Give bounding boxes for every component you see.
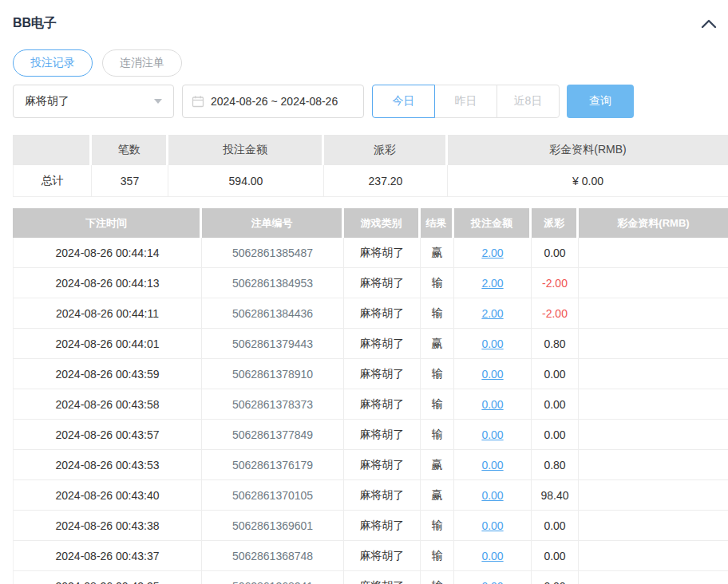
table-row: 2024-08-26 00:43:385062861369601麻将胡了输0.0… — [13, 511, 728, 541]
order-number-cell: 5062861376179 — [202, 450, 344, 480]
summary-header-bonus: 彩金资料(RMB) — [448, 135, 728, 165]
tab-cancelled-orders[interactable]: 连消注单 — [102, 49, 182, 77]
game-select-value: 麻将胡了 — [25, 94, 69, 109]
collapse-button[interactable] — [701, 18, 717, 29]
records-table: 下注时间 注单编号 游戏类别 结果 投注金额 派彩 彩金资料(RMB) 2024… — [13, 208, 728, 584]
bet-amount-cell: 0.00 — [454, 329, 532, 359]
bet-amount-link[interactable]: 0.00 — [481, 368, 503, 381]
page-title: BB电子 — [13, 15, 57, 32]
game-type-cell: 麻将胡了 — [344, 571, 421, 584]
game-select[interactable]: 麻将胡了 — [13, 85, 174, 118]
payout-cell: 0.00 — [532, 541, 579, 571]
payout-cell: -2.00 — [532, 268, 579, 298]
bet-amount-link[interactable]: 2.00 — [481, 277, 503, 290]
bet-time-cell: 2024-08-26 00:43:40 — [13, 480, 202, 511]
table-row: 2024-08-26 00:44:115062861384436麻将胡了输2.0… — [13, 298, 728, 329]
result-cell: 赢 — [421, 329, 454, 359]
table-row: 2024-08-26 00:43:405062861370105麻将胡了赢0.0… — [13, 480, 728, 511]
search-button[interactable]: 查询 — [567, 85, 634, 118]
order-number-cell: 5062861377849 — [202, 420, 344, 450]
table-row: 2024-08-26 00:44:145062861385487麻将胡了赢2.0… — [13, 238, 728, 268]
bet-amount-cell: 0.00 — [454, 511, 532, 541]
bet-amount-cell: 0.00 — [454, 389, 532, 420]
quick-range-today[interactable]: 今日 — [372, 85, 435, 118]
bet-amount-cell: 2.00 — [454, 238, 532, 268]
bet-amount-link[interactable]: 0.00 — [481, 459, 503, 472]
bet-amount-link[interactable]: 0.00 — [481, 580, 503, 584]
bet-amount-link[interactable]: 0.00 — [481, 489, 503, 502]
table-row: 2024-08-26 00:43:575062861377849麻将胡了输0.0… — [13, 420, 728, 450]
bet-amount-link[interactable]: 0.00 — [481, 519, 503, 532]
summary-total-payout: 237.20 — [324, 165, 448, 197]
header-payout: 派彩 — [532, 208, 579, 238]
table-row: 2024-08-26 00:43:355062861368241麻将胡了输0.0… — [13, 571, 728, 584]
tab-bar: 投注记录 连消注单 — [13, 49, 728, 77]
bonus-cell — [579, 480, 728, 511]
result-cell: 输 — [421, 571, 454, 584]
bet-time-cell: 2024-08-26 00:43:57 — [13, 420, 202, 450]
payout-cell: 0.00 — [532, 389, 579, 420]
quick-range-last8days[interactable]: 近8日 — [497, 85, 560, 118]
summary-total-row: 总计 357 594.00 237.20 ¥ 0.00 — [13, 165, 728, 197]
summary-total-bet-amount: 594.00 — [168, 165, 324, 197]
table-row: 2024-08-26 00:43:375062861368748麻将胡了输0.0… — [13, 541, 728, 571]
table-row: 2024-08-26 00:44:015062861379443麻将胡了赢0.0… — [13, 329, 728, 359]
bet-amount-link[interactable]: 2.00 — [481, 307, 503, 320]
bet-time-cell: 2024-08-26 00:43:35 — [13, 571, 202, 584]
game-type-cell: 麻将胡了 — [344, 359, 421, 389]
tab-label: 连消注单 — [120, 56, 164, 70]
header-bonus: 彩金资料(RMB) — [579, 208, 728, 238]
bet-time-cell: 2024-08-26 00:43:53 — [13, 450, 202, 480]
bonus-cell — [579, 571, 728, 584]
result-cell: 输 — [421, 268, 454, 298]
game-type-cell: 麻将胡了 — [344, 298, 421, 329]
order-number-cell: 5062861384953 — [202, 268, 344, 298]
game-type-cell: 麻将胡了 — [344, 511, 421, 541]
result-cell: 输 — [421, 420, 454, 450]
payout-cell: 0.00 — [532, 511, 579, 541]
bet-amount-link[interactable]: 0.00 — [481, 398, 503, 411]
header-order-number: 注单编号 — [202, 208, 344, 238]
bet-amount-cell: 0.00 — [454, 571, 532, 584]
summary-total-label: 总计 — [13, 165, 92, 197]
tab-bet-records[interactable]: 投注记录 — [13, 49, 93, 77]
date-range-value: 2024-08-26 ~ 2024-08-26 — [211, 95, 338, 108]
bet-time-cell: 2024-08-26 00:44:13 — [13, 268, 202, 298]
game-type-cell: 麻将胡了 — [344, 238, 421, 268]
result-cell: 赢 — [421, 480, 454, 511]
bet-amount-cell: 0.00 — [454, 450, 532, 480]
header-result: 结果 — [421, 208, 454, 238]
game-type-cell: 麻将胡了 — [344, 450, 421, 480]
bonus-cell — [579, 541, 728, 571]
records-header-row: 下注时间 注单编号 游戏类别 结果 投注金额 派彩 彩金资料(RMB) — [13, 208, 728, 238]
date-range-input[interactable]: 2024-08-26 ~ 2024-08-26 — [182, 85, 364, 118]
bonus-cell — [579, 329, 728, 359]
bonus-cell — [579, 511, 728, 541]
bet-amount-cell: 0.00 — [454, 420, 532, 450]
caret-down-icon — [154, 99, 162, 104]
table-row: 2024-08-26 00:43:535062861376179麻将胡了赢0.0… — [13, 450, 728, 480]
bet-amount-link[interactable]: 2.00 — [481, 247, 503, 259]
panel-header: BB电子 — [13, 14, 728, 32]
payout-cell: 0.00 — [532, 359, 579, 389]
bet-time-cell: 2024-08-26 00:44:14 — [13, 238, 202, 268]
payout-cell: 0.00 — [532, 571, 579, 584]
header-bet-amount: 投注金额 — [454, 208, 532, 238]
result-cell: 输 — [421, 389, 454, 420]
summary-header-payout: 派彩 — [324, 135, 448, 165]
bet-amount-link[interactable]: 0.00 — [481, 428, 503, 441]
order-number-cell: 5062861369601 — [202, 511, 344, 541]
bonus-cell — [579, 238, 728, 268]
payout-cell: 0.80 — [532, 450, 579, 480]
bet-amount-cell: 0.00 — [454, 541, 532, 571]
bet-amount-link[interactable]: 0.00 — [481, 337, 503, 350]
quick-range-yesterday[interactable]: 昨日 — [434, 85, 497, 118]
summary-header-count: 笔数 — [92, 135, 168, 165]
game-type-cell: 麻将胡了 — [344, 389, 421, 420]
table-row: 2024-08-26 00:43:595062861378910麻将胡了输0.0… — [13, 359, 728, 389]
bet-amount-link[interactable]: 0.00 — [481, 550, 503, 562]
order-number-cell: 5062861378910 — [202, 359, 344, 389]
result-cell: 输 — [421, 511, 454, 541]
bet-amount-cell: 0.00 — [454, 359, 532, 389]
summary-header-bet-amount: 投注金额 — [168, 135, 324, 165]
